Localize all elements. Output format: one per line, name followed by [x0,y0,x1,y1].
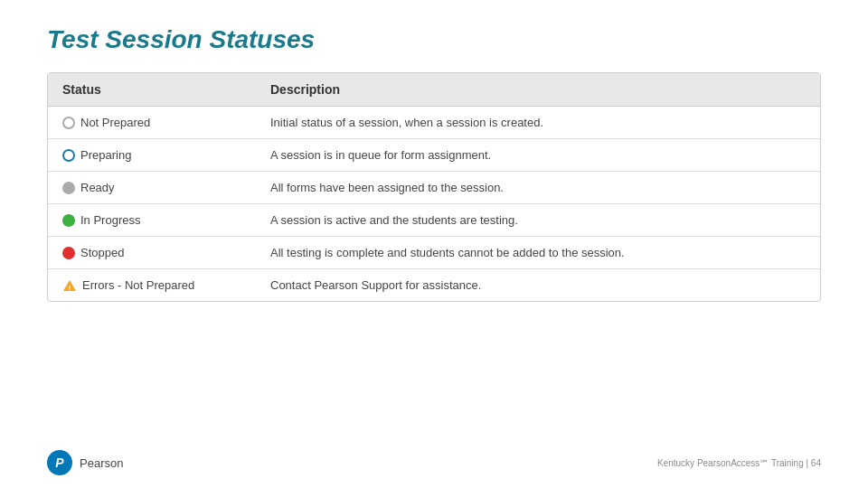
preparing-icon [62,149,75,162]
description-cell-2: All forms have been assigned to the sess… [256,172,820,204]
status-cell-4: Stopped [48,237,256,269]
status-label-5: Errors - Not Prepared [82,278,194,292]
status-cell-3: In Progress [48,204,256,237]
table-row: In Progress A session is active and the … [48,204,820,237]
table-row: Preparing A session is in queue for form… [48,139,820,172]
stopped-icon [62,247,75,259]
status-label-4: Stopped [80,246,124,259]
footer: P Pearson Kentucky PearsonAccess℠ Traini… [0,450,868,475]
in-progress-icon [62,214,75,227]
table-row: Not Prepared Initial status of a session… [48,107,820,139]
status-cell-0: Not Prepared [48,107,256,139]
footer-brand-area: P Pearson [47,450,123,475]
status-label-0: Not Prepared [80,116,150,129]
description-cell-5: Contact Pearson Support for assistance. [256,269,820,302]
status-cell-1: Preparing [48,139,256,172]
status-label-1: Preparing [80,148,131,162]
footer-page-info: Kentucky PearsonAccess℠ Training | 64 [657,458,821,468]
not-prepared-icon [62,117,75,129]
status-cell-2: Ready [48,172,256,204]
description-cell-0: Initial status of a session, when a sess… [256,107,820,139]
status-table: Status Description Not Prepared Initial … [48,73,820,301]
description-cell-3: A session is active and the students are… [256,204,820,237]
errors-warning-icon: ! [62,279,77,292]
page-title: Test Session Statuses [0,0,868,72]
footer-brand-label: Pearson [80,456,123,470]
description-cell-4: All testing is complete and students can… [256,237,820,269]
ready-icon [62,182,75,194]
svg-text:!: ! [69,283,71,291]
status-label-3: In Progress [80,213,140,227]
status-column-header: Status [48,73,256,107]
status-label-2: Ready [80,181,115,194]
status-cell-5: ! Errors - Not Prepared [48,269,256,302]
pearson-logo-icon: P [47,450,72,475]
table-header-row: Status Description [48,73,820,107]
table-row: Stopped All testing is complete and stud… [48,237,820,269]
status-table-container: Status Description Not Prepared Initial … [47,72,821,302]
table-row: ! Errors - Not Prepared Contact Pearson … [48,269,820,302]
description-cell-1: A session is in queue for form assignmen… [256,139,820,172]
table-row: Ready All forms have been assigned to th… [48,172,820,204]
description-column-header: Description [256,73,820,107]
